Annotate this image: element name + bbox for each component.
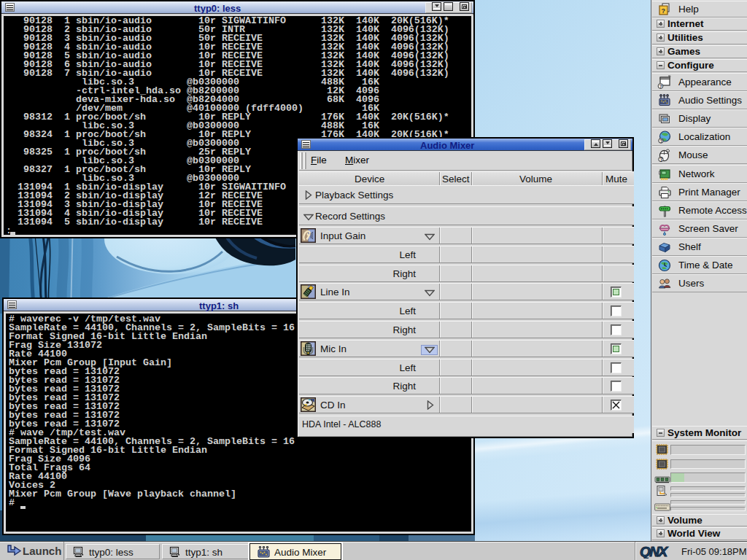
svg-text:?: ? bbox=[659, 84, 662, 89]
svg-text:?: ? bbox=[659, 139, 662, 144]
svg-text:?: ? bbox=[662, 7, 666, 15]
svg-text:?: ? bbox=[659, 158, 662, 163]
svg-text:QNX: QNX bbox=[640, 545, 669, 559]
